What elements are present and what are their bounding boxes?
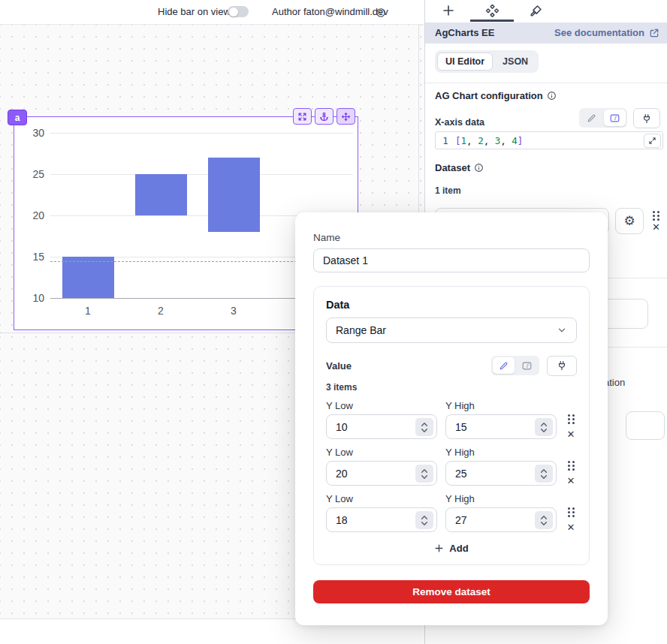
dataset-drag-handle-icon[interactable] [652, 210, 660, 221]
add-item-button[interactable]: Add [326, 543, 577, 554]
dataset-label: Dataset [435, 162, 470, 173]
dataset-remove-icon[interactable]: ✕ [652, 222, 660, 232]
x-axis-tick: 3 [222, 305, 245, 317]
data-card: Data Range Bar Value f [313, 286, 590, 565]
code-token: , [500, 135, 512, 146]
dataset-section-title: Dataset [435, 162, 484, 173]
dataset-count: 1 item [435, 185, 461, 196]
value-rows: Y LowY High✕Y LowY High✕Y LowY High✕ [326, 400, 577, 532]
code-token: 1 [461, 135, 467, 146]
connect-plug-icon[interactable] [633, 108, 660, 128]
x-axis-tick: 1 [77, 305, 99, 317]
value-row: Y LowY High✕ [326, 493, 577, 532]
svg-text:f: f [614, 116, 617, 122]
y-axis-tick: 15 [14, 251, 44, 263]
row-drag-handle-icon[interactable] [567, 414, 575, 425]
number-stepper-icon[interactable] [535, 465, 553, 483]
plus-icon [434, 543, 444, 553]
hide-bar-label: Hide bar on view [158, 6, 231, 17]
function-mode-icon[interactable]: f [516, 357, 538, 374]
row-remove-icon[interactable]: ✕ [567, 429, 575, 439]
y-high-input[interactable] [445, 414, 557, 439]
row-actions: ✕ [565, 400, 577, 439]
y-axis-tick: 25 [14, 168, 44, 180]
y-low-input[interactable] [326, 461, 437, 486]
view-topbar: Hide bar on view Author faton@windmill.d… [0, 0, 424, 25]
code-token: [ [455, 135, 461, 146]
tab-json[interactable]: JSON [494, 53, 536, 71]
dataset-gear-icon[interactable]: ⚙ [615, 208, 644, 234]
dataset-modal: Name Data Range Bar Value f [295, 212, 608, 625]
value-items-count: 3 items [326, 382, 577, 393]
config-section-label: AG Chart configuration [435, 90, 543, 101]
number-stepper-icon[interactable] [415, 418, 433, 436]
y-low-input[interactable] [326, 414, 437, 439]
y-high-input[interactable] [445, 507, 557, 532]
y-low-input[interactable] [326, 507, 437, 532]
hidden-input-fragment[interactable] [626, 411, 665, 440]
toggle-knob [229, 8, 238, 17]
insert-component-tab[interactable] [442, 4, 455, 17]
number-stepper-icon[interactable] [535, 511, 553, 529]
remove-dataset-button[interactable]: Remove dataset [313, 580, 590, 603]
row-remove-icon[interactable]: ✕ [567, 522, 575, 532]
external-link-icon[interactable] [649, 28, 659, 38]
dataset-name-input[interactable] [313, 248, 590, 272]
add-label: Add [449, 543, 468, 554]
xaxis-code-editor[interactable]: 1 [1, 2, 3, 4] [435, 131, 663, 149]
author-label: Author faton@windmill.dev [272, 6, 388, 17]
editor-mode-tabs: UI Editor JSON [435, 50, 539, 73]
number-stepper-icon[interactable] [415, 511, 433, 529]
tab-ui-editor[interactable]: UI Editor [437, 53, 493, 71]
chart-type-select[interactable]: Range Bar [326, 317, 577, 343]
number-stepper-icon[interactable] [415, 465, 433, 483]
gridline [50, 174, 353, 175]
component-header-band: AgCharts EE See documentation [425, 23, 667, 44]
config-section-title: AG Chart configuration [435, 90, 557, 101]
function-mode-icon[interactable]: f [604, 110, 626, 126]
svg-text:f: f [526, 363, 530, 369]
y-low-field: Y Low [326, 493, 437, 532]
x-axis-tick: 2 [149, 305, 172, 317]
range-bar [135, 174, 187, 215]
row-drag-handle-icon[interactable] [567, 507, 575, 518]
y-low-label: Y Low [326, 447, 437, 458]
code-line-number: 1 [436, 135, 455, 146]
value-row: Y LowY High✕ [326, 400, 577, 439]
expand-editor-icon[interactable] [644, 134, 661, 148]
y-high-label: Y High [445, 493, 557, 504]
row-actions: ✕ [565, 493, 577, 532]
code-token: , [466, 135, 478, 146]
see-documentation-link[interactable]: See documentation [554, 27, 644, 38]
xaxis-input-mode-group: f [579, 108, 627, 128]
code-token: 4 [512, 135, 518, 146]
y-axis-tick: 20 [14, 209, 44, 221]
static-pencil-icon[interactable] [493, 357, 515, 374]
y-high-label: Y High [445, 400, 557, 411]
row-remove-icon[interactable]: ✕ [567, 476, 575, 486]
y-high-label: Y High [445, 447, 557, 458]
range-bar [208, 158, 260, 232]
data-label: Data [326, 299, 577, 311]
code-tokens: [1, 2, 3, 4] [455, 135, 523, 146]
y-high-field: Y High [445, 493, 557, 532]
component-settings-tab[interactable] [485, 4, 499, 18]
author-info-icon[interactable] [376, 8, 386, 18]
dataset-info-icon[interactable] [474, 163, 484, 173]
row-actions: ✕ [565, 447, 577, 486]
code-token: 2 [478, 135, 484, 146]
y-axis-tick: 30 [14, 127, 44, 139]
styling-brush-tab[interactable] [530, 4, 543, 17]
code-token: , [484, 135, 495, 146]
value-input-mode-group: f [491, 356, 539, 375]
number-stepper-icon[interactable] [535, 418, 553, 436]
config-info-icon[interactable] [547, 91, 557, 101]
active-tab-underline [470, 20, 514, 22]
xaxis-data-label: X-axis data [435, 117, 484, 128]
y-high-input[interactable] [445, 461, 557, 486]
row-drag-handle-icon[interactable] [567, 460, 575, 471]
chart-type-value: Range Bar [336, 324, 386, 336]
connect-plug-icon[interactable] [547, 356, 577, 376]
hide-bar-toggle[interactable] [228, 6, 249, 17]
static-pencil-icon[interactable] [581, 110, 602, 126]
